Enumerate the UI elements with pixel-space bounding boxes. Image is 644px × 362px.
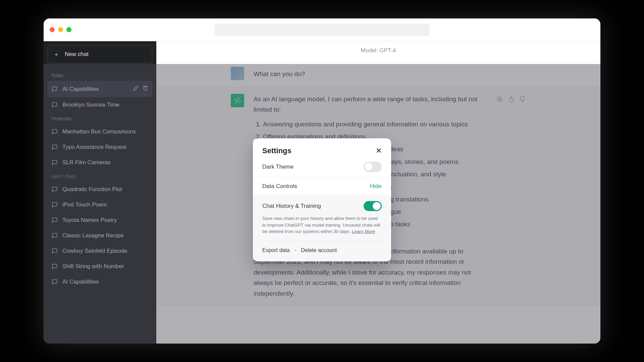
window-minimize-icon[interactable] (58, 27, 63, 32)
divider (262, 241, 382, 241)
chat-history-toggle[interactable] (364, 201, 382, 211)
modal-title: Settings (262, 146, 291, 155)
dark-theme-toggle[interactable] (364, 162, 382, 172)
chat-history-description: Save new chats in your history and allow… (262, 215, 382, 235)
traffic-lights (50, 27, 71, 32)
dark-theme-row: Dark Theme (253, 161, 391, 177)
plus-icon: ＋ (53, 50, 59, 58)
data-controls-panel: Chat History & Training Save new chats i… (253, 195, 391, 261)
window-zoom-icon[interactable] (66, 27, 71, 32)
dark-theme-label: Dark Theme (262, 164, 293, 170)
delete-account-link[interactable]: Delete account (301, 247, 337, 253)
hide-link[interactable]: Hide (370, 183, 382, 190)
data-controls-label: Data Controls (262, 183, 297, 190)
model-label: Model: GPT-4 (156, 41, 600, 60)
new-chat-label: New chat (65, 51, 89, 58)
chat-history-label: Chat History & Training (262, 203, 321, 209)
new-chat-button[interactable]: ＋ New chat (48, 45, 152, 63)
url-bar[interactable] (215, 24, 429, 36)
titlebar (44, 18, 600, 41)
export-data-link[interactable]: Export data (262, 247, 290, 253)
learn-more-link[interactable]: Learn More (352, 229, 375, 234)
window-close-icon[interactable] (50, 27, 55, 32)
close-icon[interactable]: ✕ (376, 146, 382, 155)
dot-separator: • (294, 247, 297, 253)
app-window: ＋ New chat Today AI Capabilities Brookly… (44, 18, 600, 344)
data-controls-row: Data Controls Hide (253, 177, 391, 195)
settings-modal: Settings ✕ Dark Theme Data Controls Hide… (253, 138, 391, 261)
